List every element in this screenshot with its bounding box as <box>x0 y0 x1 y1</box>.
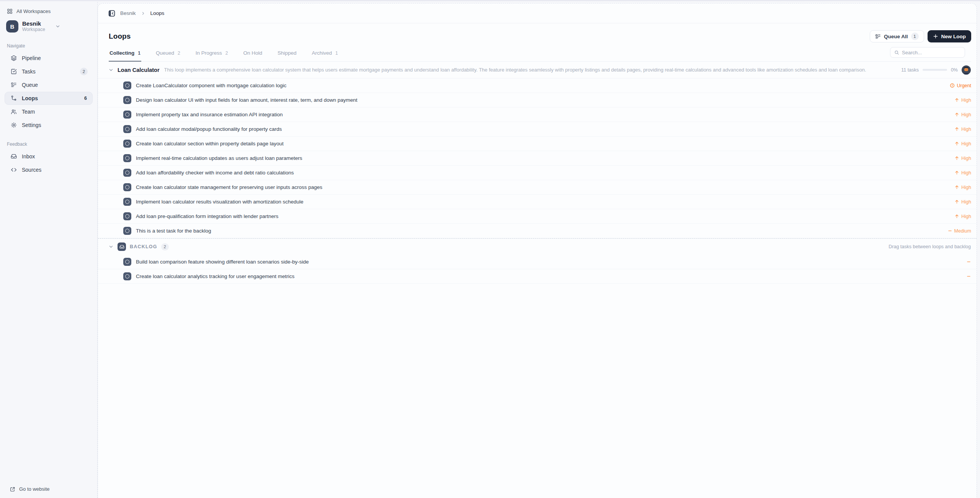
task-status-icon[interactable] <box>123 154 131 162</box>
sidebar-item-label: Loops <box>22 95 79 101</box>
tab-count: 1 <box>138 50 140 56</box>
chevron-down-icon[interactable] <box>108 67 114 73</box>
main-panel: Besnik Loops Loops Queue All 1 New Loop <box>98 3 977 498</box>
task-row[interactable]: Create loan calculator state management … <box>98 180 977 195</box>
task-row[interactable]: Add loan calculator modal/popup function… <box>98 122 977 137</box>
tab-shipped[interactable]: Shipped <box>277 48 297 62</box>
task-status-icon[interactable] <box>123 96 131 104</box>
go-to-website-link[interactable]: Go to website <box>10 486 50 492</box>
task-title: Create LoanCalculator component with mor… <box>136 83 950 88</box>
task-title: Design loan calculator UI with input fie… <box>136 97 954 103</box>
sidebar-item-label: Queue <box>22 82 88 88</box>
task-status-icon[interactable] <box>123 227 131 235</box>
task-row[interactable]: Implement property tax and insurance est… <box>98 107 977 122</box>
dash-icon <box>947 228 952 233</box>
tab-archived[interactable]: Archived1 <box>311 48 338 62</box>
backlog-task-row[interactable]: Create loan calculator analytics trackin… <box>98 269 977 284</box>
task-status-icon[interactable] <box>123 212 131 220</box>
task-row[interactable]: Design loan calculator UI with input fie… <box>98 93 977 107</box>
tab-in-progress[interactable]: In Progress2 <box>195 48 229 62</box>
sidebar-item-inbox[interactable]: Inbox <box>5 150 93 163</box>
sidebar-item-label: Tasks <box>22 68 75 75</box>
sidebar-item-label: Sources <box>22 167 88 173</box>
task-row[interactable]: Create loan calculator section within pr… <box>98 137 977 151</box>
all-workspaces-button[interactable]: All Workspaces <box>5 7 93 16</box>
queue-all-count-badge: 1 <box>911 33 919 40</box>
task-title: Create loan calculator state management … <box>136 184 954 190</box>
chevron-down-icon[interactable] <box>55 24 60 29</box>
task-status-icon[interactable] <box>123 198 131 206</box>
breadcrumb-workspace[interactable]: Besnik <box>120 10 136 16</box>
task-status-icon[interactable] <box>123 125 131 133</box>
task-status-icon[interactable] <box>123 183 131 191</box>
priority-badge: High <box>954 214 971 219</box>
gear-icon <box>11 122 17 128</box>
tab-count: 2 <box>178 50 180 56</box>
all-workspaces-label: All Workspaces <box>16 8 51 14</box>
loop-progress-bar <box>923 69 947 71</box>
page-title: Loops <box>109 32 131 41</box>
task-status-icon[interactable] <box>123 258 131 266</box>
task-row[interactable]: This is a test task for the backlog Medi… <box>98 224 977 238</box>
loop-group-header[interactable]: Loan Calculator This loop implements a c… <box>98 62 977 78</box>
status-tabs: Collecting1 Queued2 In Progress2 On Hold… <box>109 48 971 62</box>
sidebar-item-team[interactable]: Team <box>5 105 93 118</box>
workspace-name: Besnik <box>22 20 45 27</box>
task-row[interactable]: Add loan affordability checker with inco… <box>98 166 977 180</box>
task-status-icon[interactable] <box>123 140 131 148</box>
code-icon <box>11 167 17 173</box>
task-row[interactable]: Add loan pre-qualification form integrat… <box>98 209 977 224</box>
dash-icon <box>966 274 971 279</box>
priority-badge <box>966 259 971 264</box>
search-input[interactable] <box>902 50 961 55</box>
sidebar-item-loops[interactable]: Loops 6 <box>5 92 93 105</box>
priority-badge: High <box>954 127 971 132</box>
sidebar-item-label: Pipeline <box>22 55 88 61</box>
backlog-task-row[interactable]: Build loan comparison feature showing di… <box>98 255 977 269</box>
new-loop-button[interactable]: New Loop <box>928 30 972 42</box>
check-square-icon <box>11 68 17 75</box>
priority-badge: High <box>954 199 971 205</box>
tab-queued[interactable]: Queued2 <box>155 48 181 62</box>
arrow-up-icon <box>954 112 959 117</box>
sidebar-item-settings[interactable]: Settings <box>5 119 93 132</box>
priority-badge: High <box>954 141 971 146</box>
arrow-up-icon <box>954 199 959 204</box>
tasks-count-badge: 2 <box>80 68 88 75</box>
chevron-right-icon <box>141 11 145 16</box>
tab-on-hold[interactable]: On Hold <box>242 48 263 62</box>
priority-badge: High <box>954 185 971 190</box>
sidebar-item-sources[interactable]: Sources <box>5 163 93 176</box>
tab-count: 1 <box>335 50 338 56</box>
task-status-icon[interactable] <box>123 81 131 90</box>
layers-icon <box>11 55 17 61</box>
search-icon <box>894 50 899 55</box>
chevron-down-icon[interactable] <box>108 244 114 249</box>
arrow-up-icon <box>954 156 959 161</box>
workspace-avatar: B <box>6 20 18 33</box>
sidebar-item-tasks[interactable]: Tasks 2 <box>5 65 93 78</box>
workspace-switcher[interactable]: B Besnik Workspace <box>5 20 93 33</box>
task-row[interactable]: Implement real-time calculation updates … <box>98 151 977 166</box>
queue-all-button[interactable]: Queue All 1 <box>870 30 924 42</box>
breadcrumb-page: Loops <box>150 10 165 16</box>
assignee-avatar[interactable] <box>962 65 971 75</box>
go-to-website-label: Go to website <box>19 486 50 492</box>
task-status-icon[interactable] <box>123 169 131 177</box>
task-status-icon[interactable] <box>123 272 131 280</box>
task-row[interactable]: Create LoanCalculator component with mor… <box>98 78 977 93</box>
queue-all-label: Queue All <box>884 34 908 39</box>
priority-badge: Urgent <box>950 83 971 88</box>
sidebar-toggle-icon[interactable] <box>108 10 115 17</box>
feedback-section-label: Feedback <box>7 142 90 147</box>
tab-collecting[interactable]: Collecting1 <box>109 48 141 62</box>
backlog-header[interactable]: BACKLOG 2 Drag tasks between loops and b… <box>98 239 977 255</box>
arrow-up-icon <box>954 98 959 103</box>
sidebar-item-pipeline[interactable]: Pipeline <box>5 52 93 65</box>
task-row[interactable]: Implement loan calculator results visual… <box>98 195 977 209</box>
app-window: All Workspaces B Besnik Workspace Naviga… <box>0 0 980 498</box>
task-status-icon[interactable] <box>123 111 131 119</box>
backlog-title: BACKLOG <box>130 244 157 249</box>
sidebar-item-queue[interactable]: Queue <box>5 78 93 91</box>
loop-title[interactable]: Loan Calculator <box>118 67 160 73</box>
